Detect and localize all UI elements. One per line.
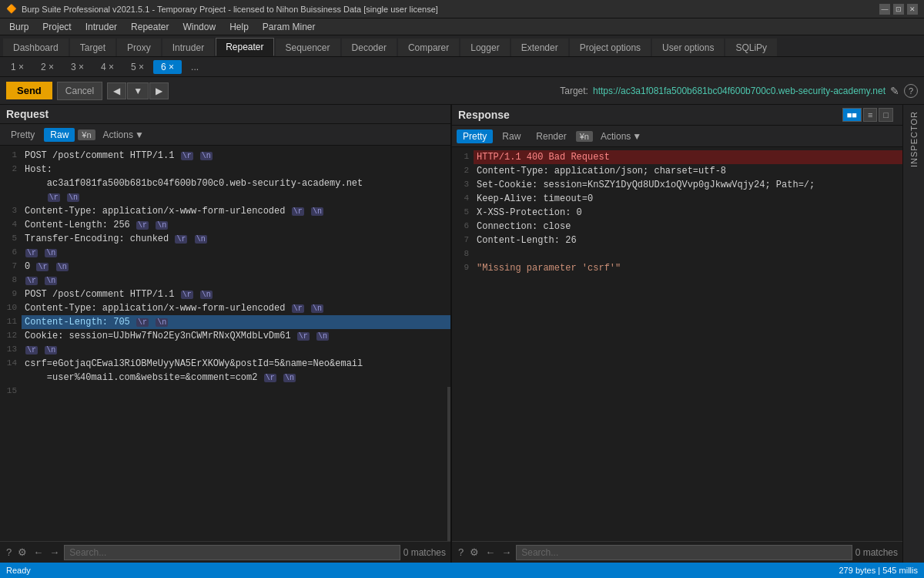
tab-target[interactable]: Target (70, 39, 116, 56)
req-tab-4[interactable]: 4 × (93, 60, 122, 74)
request-search-bar: ? ⚙ ← → 0 matches (0, 541, 450, 563)
request-tab-pretty[interactable]: Pretty (5, 128, 41, 142)
req-tab-6[interactable]: 6 × (153, 60, 182, 74)
response-pane-toolbar: Pretty Raw Render ¥n Actions ▼ (452, 126, 902, 147)
req-tab-2[interactable]: 2 × (33, 60, 62, 74)
send-button[interactable]: Send (6, 82, 52, 99)
request-search-settings-icon[interactable]: ⚙ (16, 546, 28, 558)
request-pane: Request Pretty Raw ¥n Actions ▼ 1 POST /… (0, 105, 452, 563)
menu-burp[interactable]: Burp (3, 20, 35, 34)
view-mode-list-button[interactable]: ≡ (863, 108, 877, 122)
request-actions-button[interactable]: Actions ▼ (99, 128, 149, 142)
response-search-help-icon[interactable]: ? (457, 546, 465, 558)
tab-decoder[interactable]: Decoder (342, 39, 397, 56)
request-tab-raw[interactable]: Raw (44, 128, 75, 142)
tab-intruder[interactable]: Intruder (162, 39, 214, 56)
tab-sqlipy[interactable]: SQLiPy (725, 39, 777, 56)
menu-repeater[interactable]: Repeater (125, 20, 175, 34)
response-actions-label: Actions (601, 131, 631, 142)
nav-prev-button[interactable]: ◀ (107, 82, 126, 99)
tab-extender[interactable]: Extender (511, 39, 568, 56)
tab-project-options[interactable]: Project options (570, 39, 651, 56)
request-line-11: 11 Content-Length: 705 \r \n (0, 315, 450, 329)
req-tab-more[interactable]: ... (183, 60, 206, 74)
request-code-area[interactable]: 1 POST /post/comment HTTP/1.1 \r \n 2 Ho… (0, 146, 450, 541)
inspector-panel: INSPECTOR (902, 105, 924, 563)
nav-tabs: Dashboard Target Proxy Intruder Repeater… (0, 35, 924, 57)
toolbar: Send Cancel ◀ ▼ ▶ Target: https://ac3a1f… (0, 77, 924, 105)
view-mode-split-button[interactable]: ■■ (842, 108, 862, 122)
tab-logger[interactable]: Logger (460, 39, 509, 56)
response-tab-yn[interactable]: ¥n (576, 131, 593, 142)
request-tab-yn[interactable]: ¥n (78, 129, 95, 140)
inspector-label: INSPECTOR (909, 105, 919, 173)
nav-next-button[interactable]: ▶ (149, 82, 169, 99)
request-line-3: 3 Content-Type: application/x-www-form-u… (0, 204, 450, 218)
request-line-9: 9 POST /post/comment HTTP/1.1 \r \n (0, 287, 450, 301)
request-line-1: 1 POST /post/comment HTTP/1.1 \r \n (0, 149, 450, 163)
response-tab-raw[interactable]: Raw (496, 129, 527, 143)
response-line-5: 5 X-XSS-Protection: 0 (452, 206, 902, 220)
request-line-15: 15 (0, 385, 450, 398)
response-search-settings-icon[interactable]: ⚙ (468, 546, 480, 558)
tab-proxy[interactable]: Proxy (117, 39, 161, 56)
window-title: Burp Suite Professional v2021.5.1 - Temp… (22, 5, 438, 14)
menu-window[interactable]: Window (176, 20, 222, 34)
title-bar: 🔶 Burp Suite Professional v2021.5.1 - Te… (0, 0, 924, 18)
response-actions-button[interactable]: Actions ▼ (596, 129, 646, 143)
response-search-next-icon[interactable]: → (500, 546, 513, 558)
response-tab-render[interactable]: Render (530, 129, 572, 143)
request-line-8: 8 \r \n (0, 274, 450, 287)
request-search-input[interactable] (64, 545, 400, 560)
request-search-next-icon[interactable]: → (48, 546, 61, 558)
edit-target-button[interactable]: ✎ (890, 85, 899, 97)
actions-label: Actions (103, 129, 133, 140)
response-tab-pretty[interactable]: Pretty (457, 129, 493, 143)
request-line-7: 7 0 \r \n (0, 260, 450, 274)
response-line-9: 9 "Missing parameter 'csrf'" (452, 261, 902, 275)
view-mode-single-button[interactable]: □ (879, 108, 893, 122)
nav-dropdown-button[interactable]: ▼ (127, 82, 149, 99)
menu-intruder[interactable]: Intruder (79, 20, 123, 34)
tab-comparer[interactable]: Comparer (398, 39, 459, 56)
req-tab-3[interactable]: 3 × (63, 60, 92, 74)
req-tab-1[interactable]: 1 × (3, 60, 32, 74)
req-tab-5[interactable]: 5 × (123, 60, 152, 74)
response-line-3: 3 Set-Cookie: session=KnSZY1DyQd8UDx1oQV… (452, 178, 902, 192)
cancel-button[interactable]: Cancel (57, 82, 102, 100)
request-tabs-row: 1 × 2 × 3 × 4 × 5 × 6 × ... (0, 57, 924, 77)
request-line-4: 4 Content-Length: 256 \r \n (0, 218, 450, 232)
response-line-4: 4 Keep-Alive: timeout=0 (452, 192, 902, 206)
response-search-bar: ? ⚙ ← → 0 matches (452, 541, 902, 563)
restore-button[interactable]: ⊡ (893, 4, 904, 15)
help-button[interactable]: ? (904, 84, 918, 98)
response-line-2: 2 Content-Type: application/json; charse… (452, 164, 902, 178)
tab-sequencer[interactable]: Sequencer (276, 39, 340, 56)
response-pane: Response ■■ ≡ □ Pretty Raw Render ¥n Act… (452, 105, 902, 563)
request-search-help-icon[interactable]: ? (5, 546, 13, 558)
main-content: Request Pretty Raw ¥n Actions ▼ 1 POST /… (0, 105, 924, 563)
request-line-6: 6 \r \n (0, 246, 450, 260)
response-search-prev-icon[interactable]: ← (484, 546, 497, 558)
pane-drag-handle[interactable] (447, 387, 450, 541)
menu-project[interactable]: Project (36, 20, 77, 34)
target-url: https://ac3a1f081fa500b681bc04f600b700c0… (593, 86, 886, 96)
status-ready: Ready (6, 566, 31, 575)
response-code-area[interactable]: 1 HTTP/1.1 400 Bad Request 2 Content-Typ… (452, 147, 902, 541)
request-pane-toolbar: Pretty Raw ¥n Actions ▼ (0, 124, 450, 146)
response-search-input[interactable] (516, 545, 852, 560)
request-line-5: 5 Transfer-Encoding: chunked \r \n (0, 232, 450, 246)
request-line-12: 12 Cookie: session=UJbHw7fNo2Ey3nCWMrRNx… (0, 329, 450, 343)
minimize-button[interactable]: — (879, 4, 890, 15)
menu-help[interactable]: Help (223, 20, 255, 34)
tab-dashboard[interactable]: Dashboard (3, 39, 69, 56)
response-search-matches: 0 matches (855, 547, 898, 558)
menu-bar: Burp Project Intruder Repeater Window He… (0, 18, 924, 35)
request-search-prev-icon[interactable]: ← (32, 546, 45, 558)
menu-param-miner[interactable]: Param Miner (256, 20, 322, 34)
tab-repeater[interactable]: Repeater (216, 38, 273, 56)
response-line-1: 1 HTTP/1.1 400 Bad Request (452, 150, 902, 164)
tab-user-options[interactable]: User options (652, 39, 724, 56)
close-button[interactable]: ✕ (907, 4, 918, 15)
response-line-8: 8 (452, 247, 902, 261)
